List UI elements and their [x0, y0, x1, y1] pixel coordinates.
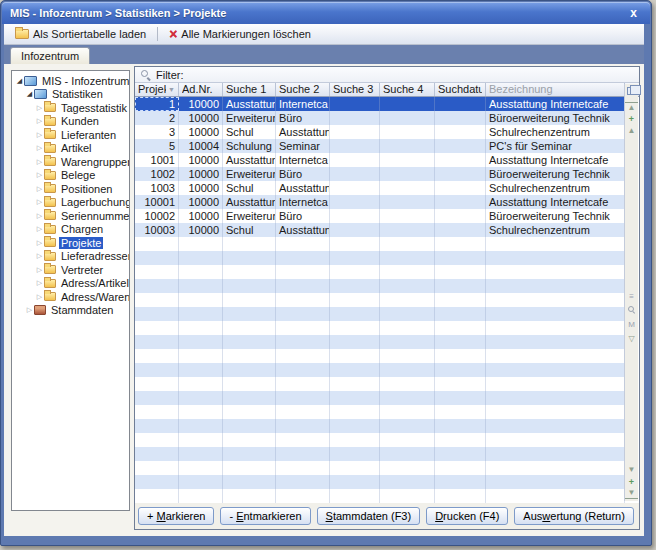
cell-ad-nr[interactable]	[179, 349, 223, 363]
table-row[interactable]: 210000ErweiterunBüroBüroerweiterung Tech…	[135, 111, 625, 125]
scroll-down-icon[interactable]: ▼	[625, 465, 638, 475]
table-row[interactable]: 100210000ErweiterunBüroBüroerweiterung T…	[135, 167, 625, 181]
cell-projekt[interactable]: 1002	[135, 167, 179, 181]
cell-suchdatum[interactable]	[435, 237, 486, 251]
cell-suchdatum[interactable]	[435, 125, 486, 139]
expand-arrow-icon[interactable]: ▷	[35, 171, 44, 179]
cell-suche-3[interactable]	[330, 153, 380, 167]
cell-ad-nr[interactable]	[179, 405, 223, 419]
empty-table-row[interactable]	[135, 321, 625, 335]
empty-table-row[interactable]	[135, 265, 625, 279]
cell-bezeichnung[interactable]	[486, 489, 625, 503]
expand-arrow-icon[interactable]: ▷	[35, 279, 44, 287]
cell-bezeichnung[interactable]: Ausstattung Internetcafe	[486, 97, 625, 111]
cell-suche-3[interactable]	[330, 251, 380, 265]
table-row[interactable]: 110000AusstattunInternetcaAusstattung In…	[135, 97, 625, 111]
cell-suche-2[interactable]	[276, 307, 330, 321]
cell-suche-4[interactable]	[380, 391, 435, 405]
cell-suche-2[interactable]	[276, 265, 330, 279]
cell-bezeichnung[interactable]	[486, 307, 625, 321]
cell-suchdatum[interactable]	[435, 167, 486, 181]
expand-arrow-icon[interactable]: ▷	[35, 158, 44, 166]
column-header-suchdatum[interactable]: Suchdatum	[435, 83, 486, 96]
cell-projekt[interactable]	[135, 293, 179, 307]
cell-suche-4[interactable]	[380, 405, 435, 419]
list-panel-icon[interactable]: ≡	[625, 292, 638, 302]
column-header-bezeichnung[interactable]: Bezeichnung	[486, 83, 625, 96]
cell-projekt[interactable]	[135, 405, 179, 419]
cell-ad-nr[interactable]	[179, 279, 223, 293]
scroll-bottom-icon[interactable]: ▼	[625, 488, 638, 499]
cell-suche-4[interactable]	[380, 279, 435, 293]
empty-table-row[interactable]	[135, 405, 625, 419]
tree-item-mis-infozentrum[interactable]: ◢MIS - Infozentrum	[12, 74, 129, 88]
cell-suchdatum[interactable]	[435, 209, 486, 223]
cell-suche-4[interactable]	[380, 307, 435, 321]
cell-suche-4[interactable]	[380, 461, 435, 475]
cell-suche-4[interactable]	[380, 349, 435, 363]
cell-ad-nr[interactable]	[179, 433, 223, 447]
cell-bezeichnung[interactable]	[486, 251, 625, 265]
cell-suche-1[interactable]	[223, 307, 276, 321]
auswertung-button[interactable]: Auswertung (Return)	[514, 507, 634, 525]
cell-suche-3[interactable]	[330, 111, 380, 125]
table-row[interactable]: 1000310000SchulAusstattunSchulrechenzent…	[135, 223, 625, 237]
empty-table-row[interactable]	[135, 377, 625, 391]
cell-suche-1[interactable]: Erweiterun	[223, 209, 276, 223]
expand-arrow-icon[interactable]: ▷	[35, 131, 44, 139]
cell-suche-1[interactable]: Schul	[223, 223, 276, 237]
cell-suche-1[interactable]: Ausstattun	[223, 153, 276, 167]
cell-suche-4[interactable]	[380, 223, 435, 237]
cell-suche-3[interactable]	[330, 489, 380, 503]
table-row[interactable]: 1000210000ErweiterunBüroBüroerweiterung …	[135, 209, 625, 223]
cell-suche-1[interactable]	[223, 447, 276, 461]
cell-projekt[interactable]	[135, 251, 179, 265]
cell-suche-2[interactable]	[276, 489, 330, 503]
cell-ad-nr[interactable]	[179, 377, 223, 391]
cell-suche-3[interactable]	[330, 461, 380, 475]
cell-ad-nr[interactable]: 10000	[179, 97, 223, 111]
cell-suche-3[interactable]	[330, 97, 380, 111]
cell-suche-3[interactable]	[330, 363, 380, 377]
entmarkieren-button[interactable]: - Entmarkieren	[220, 507, 310, 525]
cell-suche-1[interactable]	[223, 279, 276, 293]
empty-table-row[interactable]	[135, 433, 625, 447]
cell-suche-3[interactable]	[330, 321, 380, 335]
cell-suche-1[interactable]	[223, 405, 276, 419]
cell-suche-3[interactable]	[330, 349, 380, 363]
empty-table-row[interactable]	[135, 279, 625, 293]
cell-ad-nr[interactable]	[179, 461, 223, 475]
cell-suche-2[interactable]: Internetca	[276, 153, 330, 167]
cell-projekt[interactable]	[135, 433, 179, 447]
cell-projekt[interactable]: 1003	[135, 181, 179, 195]
cell-suche-3[interactable]	[330, 307, 380, 321]
close-icon[interactable]: x	[625, 7, 642, 19]
cell-suche-4[interactable]	[380, 209, 435, 223]
cell-ad-nr[interactable]: 10004	[179, 139, 223, 153]
cell-bezeichnung[interactable]	[486, 279, 625, 293]
cell-bezeichnung[interactable]: Ausstattung Internetcafe	[486, 153, 625, 167]
cell-suche-4[interactable]	[380, 293, 435, 307]
cell-bezeichnung[interactable]: PC's für Seminar	[486, 139, 625, 153]
tree-item-statistiken[interactable]: ◢Statistiken	[12, 88, 129, 102]
cell-suche-4[interactable]	[380, 195, 435, 209]
stammdaten-button[interactable]: Stammdaten (F3)	[317, 507, 421, 525]
collapse-arrow-icon[interactable]: ◢	[15, 77, 24, 85]
cell-suche-2[interactable]	[276, 321, 330, 335]
cell-suche-3[interactable]	[330, 209, 380, 223]
cell-suche-4[interactable]	[380, 363, 435, 377]
column-chooser-icon[interactable]	[627, 87, 636, 95]
cell-suche-2[interactable]	[276, 447, 330, 461]
cell-bezeichnung[interactable]: Büroerweiterung Technik	[486, 167, 625, 181]
empty-table-row[interactable]	[135, 363, 625, 377]
cell-suche-3[interactable]	[330, 475, 380, 489]
column-header-suche-4[interactable]: Suche 4	[380, 83, 435, 96]
cell-bezeichnung[interactable]: Schulrechenzentrum	[486, 125, 625, 139]
cell-suche-2[interactable]: Ausstattun	[276, 125, 330, 139]
cell-suche-1[interactable]	[223, 293, 276, 307]
cell-ad-nr[interactable]	[179, 321, 223, 335]
cell-bezeichnung[interactable]	[486, 419, 625, 433]
cell-suche-3[interactable]	[330, 279, 380, 293]
cell-projekt[interactable]: 10003	[135, 223, 179, 237]
cell-suche-1[interactable]	[223, 419, 276, 433]
